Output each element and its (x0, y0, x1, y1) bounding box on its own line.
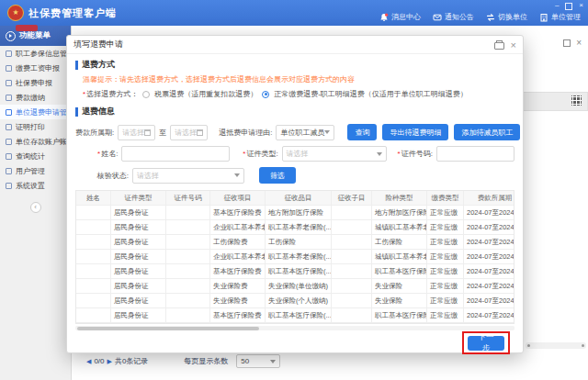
notice-button[interactable]: 通知公告 (433, 12, 474, 22)
pagination-bar: ◀ 0/0 ▶ 共0条记录 每页显示条数 50 (86, 354, 280, 368)
page-size-label: 每页显示条数 (184, 356, 228, 366)
menu-item-label: 用户管理 (16, 166, 45, 176)
table-body: 居民身份证基本医疗保险费地方附加医疗保险地方附加医疗保险正常应缴2024-07至… (76, 206, 514, 323)
table-cell (166, 206, 210, 220)
table-row[interactable]: 居民身份证失业保险费失业保险(个人缴纳)失业保险正常应缴2024-07至2024… (76, 294, 514, 308)
verify-status-select[interactable]: 请选择 (132, 168, 244, 184)
page-size-select[interactable]: 50 (236, 354, 280, 368)
table-cell (76, 294, 111, 308)
column-settings-icon[interactable] (571, 95, 582, 106)
nav-label: 通知公告 (445, 12, 474, 22)
function-menu-icon (6, 31, 16, 41)
switch-unit-button[interactable]: 切换单位 (486, 12, 527, 22)
name-input[interactable] (121, 146, 230, 162)
maximize-button[interactable] (565, 3, 572, 10)
next-step-button[interactable]: 下一步 (468, 336, 504, 351)
total-records: 共0条记录 (115, 356, 148, 366)
scrollbar-thumb[interactable] (77, 327, 259, 330)
query-button[interactable]: 查询 (347, 124, 377, 140)
cert-no-input[interactable] (436, 146, 514, 162)
table-cell (332, 294, 372, 308)
sidebar-item-5[interactable]: 单位退费申请管理 (0, 105, 71, 119)
radio-tax-ticket-refund[interactable] (142, 91, 150, 98)
sidebar-item-7[interactable]: 单位存款账户账号管理 (0, 134, 71, 149)
table-row[interactable]: 居民身份证企业职工基本养老...职工基本养老保险(...城镇职工基本养老...正… (76, 220, 514, 235)
switch-icon (486, 13, 495, 22)
form-row-period: 费款所属期: 请选择 至 请选择 退抵费申请理由: 单位职工减员 查询 导出待退… (75, 124, 514, 140)
section-title-label: 退费信息 (82, 106, 115, 117)
table-cell: 2024-07至2024-07 (464, 294, 514, 308)
menu-item-icon (6, 168, 12, 174)
table-row[interactable]: 居民身份证企业职工基本养老...职工基本养老保险(...城镇职工基本养老...正… (76, 250, 514, 264)
close-button[interactable]: × (579, 1, 583, 10)
table-cell (166, 308, 210, 323)
radio-normal-refund[interactable] (262, 91, 269, 98)
sidebar-menu: 职工参保信息管理缴费工资申报社保费申报费款缴纳单位退费申请管理证明打印单位存款账… (0, 46, 71, 193)
sidebar-item-4[interactable]: 费款缴纳 (0, 90, 71, 105)
next-page-button[interactable]: ▶ (107, 358, 112, 365)
table-cell: 工伤保险 (266, 235, 332, 250)
print-icon[interactable] (494, 42, 504, 50)
table-row[interactable]: 居民身份证基本医疗保险费职工基本医疗保险(...职工基本医疗保险正常应缴2024… (76, 308, 514, 323)
table-cell (332, 220, 372, 235)
table-cell: 失业保险费 (210, 279, 266, 294)
menu-item-icon (6, 124, 12, 130)
prev-page-button[interactable]: ◀ (86, 358, 91, 365)
table-cell (166, 250, 210, 264)
cert-type-select[interactable]: 请选择 (282, 146, 387, 162)
table-row[interactable]: 居民身份证工伤保险费工伤保险工伤保险正常应缴2024-07至2024-07 (76, 235, 514, 250)
table-cell: 地方附加医疗保险 (266, 206, 332, 220)
background-horizontal-scrollbar[interactable] (526, 342, 586, 349)
sidebar-collapse-button[interactable]: ‹ (30, 202, 41, 213)
add-reduced-employee-button[interactable]: 添加待减员职工 (454, 124, 520, 140)
table-cell: 2024-07至2024-07 (464, 308, 514, 323)
table-row[interactable]: 居民身份证失业保险费失业保险(单位缴纳)失业保险正常应缴2024-07至2024… (76, 279, 514, 294)
table-cell: 居民身份证 (111, 264, 166, 279)
dialog-close-icon[interactable]: × (511, 40, 516, 50)
sidebar-item-2[interactable]: 缴费工资申报 (0, 61, 71, 75)
table-cell: 2024-07至2024-07 (464, 220, 514, 235)
menu-item-icon (6, 80, 12, 86)
calendar-icon (197, 129, 203, 136)
message-center-button[interactable]: 消息中心 (379, 12, 421, 22)
verify-status-label: 核验状态: (75, 171, 129, 181)
table-cell (76, 264, 111, 279)
reason-select[interactable]: 单位职工减员 (276, 125, 334, 140)
radio-label[interactable]: 正常缴费退费-职工明细退费（仅适用于单位职工明细退费） (274, 89, 468, 99)
table-cell: 正常应缴 (427, 264, 464, 279)
sidebar-item-9[interactable]: 用户管理 (0, 163, 71, 178)
table-row[interactable]: 居民身份证基本医疗保险费职工基本医疗保险(...职工基本医疗保险正常应缴2024… (76, 264, 514, 279)
sidebar-item-3[interactable]: 社保费申报 (0, 75, 71, 90)
inner-close-icon[interactable]: × (576, 39, 582, 47)
sidebar-item-1[interactable]: 职工参保信息管理 (0, 46, 71, 61)
sidebar-item-10[interactable]: 系统设置 (0, 178, 71, 193)
nav-label: 消息中心 (391, 12, 421, 22)
table-cell (332, 206, 372, 220)
table-cell (166, 279, 210, 294)
table-cell: 失业保险 (372, 279, 427, 294)
radio-label[interactable]: 税票退费（适用重复扣款退费） (154, 89, 257, 99)
menu-item-label: 系统设置 (16, 181, 45, 191)
inner-restore-button[interactable] (563, 39, 571, 47)
unit-management-button[interactable]: 单位管理 (539, 12, 581, 22)
filter-button[interactable]: 筛选 (259, 167, 296, 184)
table-cell (332, 235, 372, 250)
sidebar-item-8[interactable]: 查询统计 (0, 149, 71, 163)
table-cell (76, 308, 111, 323)
sidebar-item-6[interactable]: 证明打印 (0, 119, 71, 134)
minimize-button[interactable]: – (555, 1, 559, 10)
inner-window-controls: × (563, 39, 582, 47)
table-cell (332, 308, 372, 323)
bell-icon (379, 13, 389, 22)
national-emblem-logo: ★ (7, 5, 24, 21)
menu-item-label: 证明打印 (16, 122, 45, 132)
period-to-input[interactable]: 请选择 (170, 125, 208, 140)
column-header: 姓名 (76, 191, 111, 206)
menu-item-label: 社保费申报 (16, 78, 52, 88)
dialog-footer: 下一步 (75, 330, 514, 356)
period-from-input[interactable]: 请选择 (118, 125, 155, 140)
table-cell: 失业保险(个人缴纳) (266, 294, 332, 308)
refund-detail-table: 姓名证件类型证件号码征收项目征收品目征收子目险种类型缴费类型费款所属期 居民身份… (75, 190, 514, 324)
export-refund-detail-button[interactable]: 导出待退费明细 (382, 124, 448, 140)
table-row[interactable]: 居民身份证基本医疗保险费地方附加医疗保险地方附加医疗保险正常应缴2024-07至… (76, 206, 514, 220)
